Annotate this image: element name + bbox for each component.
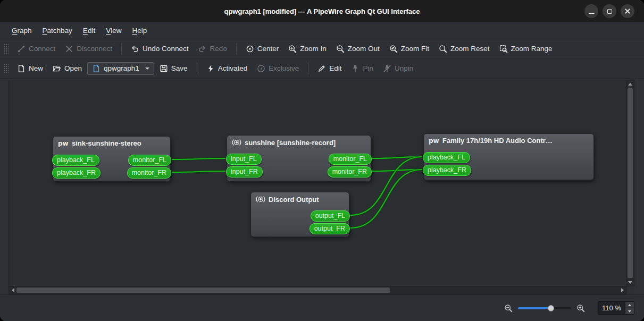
graph-node-sink-sunshine-stereo[interactable]: pwsink-sunshine-stereoplayback_FLplaybac… bbox=[53, 136, 171, 182]
zoom-in-label: Zoom In bbox=[300, 45, 327, 53]
zoom-reset-button[interactable]: Zoom Reset bbox=[434, 42, 494, 56]
save-button[interactable]: Save bbox=[155, 62, 192, 75]
open-button[interactable]: Open bbox=[48, 62, 86, 75]
connect-label: Connect bbox=[29, 45, 55, 53]
maximize-button[interactable] bbox=[603, 4, 616, 18]
zoom-fit-button[interactable]: Zoom Fit bbox=[385, 42, 433, 56]
toolbar-drag-handle[interactable] bbox=[4, 63, 9, 74]
record-icon bbox=[256, 195, 265, 204]
node-title: sunshine [sunshine-record] bbox=[245, 139, 336, 147]
disconnect-icon bbox=[65, 45, 73, 53]
port-playback_FR[interactable]: playback_FR bbox=[423, 165, 471, 176]
activated-button[interactable]: Activated bbox=[202, 62, 252, 75]
scroll-right-arrow[interactable] bbox=[618, 286, 626, 294]
node-header: sunshine [sunshine-record] bbox=[227, 136, 371, 149]
zoom-slider[interactable] bbox=[518, 304, 571, 312]
close-button[interactable] bbox=[621, 4, 634, 18]
toolbar-separator bbox=[121, 43, 122, 55]
zoom-in-button[interactable]: Zoom In bbox=[284, 42, 331, 56]
graph-node-discord-output[interactable]: Discord Outputoutput_FLoutput_FR bbox=[250, 192, 349, 237]
connection-wire bbox=[172, 171, 225, 172]
node-title: sink-sunshine-stereo bbox=[72, 139, 141, 147]
scroll-down-arrow[interactable] bbox=[626, 278, 634, 286]
zoom-in-icon[interactable] bbox=[576, 304, 585, 312]
port-output_FL[interactable]: output_FL bbox=[311, 210, 350, 222]
menubar: GraphPatchbayEditViewHelp bbox=[0, 22, 644, 39]
app-window: qpwgraph1 [modified] — A PipeWire Graph … bbox=[0, 0, 644, 321]
port-monitor_FR[interactable]: monitor_FR bbox=[328, 166, 372, 178]
svg-text:pw: pw bbox=[429, 137, 439, 145]
port-playback_FL[interactable]: playback_FL bbox=[52, 155, 99, 166]
node-header: Discord Output bbox=[251, 192, 349, 206]
zoom-out-icon bbox=[336, 45, 345, 53]
edit-button[interactable]: Edit bbox=[313, 62, 346, 75]
vertical-scrollbar-thumb[interactable] bbox=[628, 88, 633, 278]
zoom-slider-fill bbox=[518, 307, 551, 309]
toolbar-separator bbox=[308, 63, 308, 74]
menu-help[interactable]: Help bbox=[127, 22, 152, 39]
node-title: Discord Output bbox=[269, 196, 319, 204]
horizontal-scrollbar-track[interactable] bbox=[16, 286, 618, 294]
port-output_FR[interactable]: output_FR bbox=[310, 223, 350, 234]
toolbar-separator bbox=[236, 43, 237, 55]
zoom-range-label: Zoom Range bbox=[511, 45, 553, 53]
new-file-icon bbox=[17, 64, 26, 73]
zoom-slider-handle[interactable] bbox=[548, 305, 554, 311]
canvas-row: pwsink-sunshine-stereoplayback_FLplaybac… bbox=[9, 80, 634, 286]
zoom-fit-icon bbox=[389, 45, 398, 53]
zoom-increment-button[interactable] bbox=[625, 302, 634, 308]
pin-button: Pin bbox=[347, 62, 378, 75]
center-button[interactable]: Center bbox=[241, 42, 283, 56]
undo-connect-button[interactable]: Undo Connect bbox=[127, 42, 193, 56]
minimize-button[interactable] bbox=[584, 4, 598, 18]
vertical-scrollbar[interactable] bbox=[626, 80, 634, 286]
connection-wire bbox=[372, 170, 422, 171]
new-button[interactable]: New bbox=[13, 62, 47, 75]
port-monitor_FL[interactable]: monitor_FL bbox=[329, 154, 372, 165]
zoom-out-button[interactable]: Zoom Out bbox=[332, 42, 384, 56]
port-input_FL[interactable]: input_FL bbox=[226, 154, 262, 165]
dropdown-arrow-icon bbox=[145, 67, 149, 70]
port-playback_FL[interactable]: playback_FL bbox=[423, 152, 470, 163]
zoom-out-icon[interactable] bbox=[504, 304, 513, 312]
port-monitor_FR[interactable]: monitor_FR bbox=[127, 167, 171, 179]
menu-edit[interactable]: Edit bbox=[78, 22, 101, 39]
horizontal-scrollbar[interactable] bbox=[9, 286, 626, 294]
menu-patchbay[interactable]: Patchbay bbox=[37, 22, 78, 39]
graph-node-family-audio[interactable]: pwFamily 17h/19h HD Audio Contr…playback… bbox=[423, 133, 594, 180]
horizontal-scrollbar-thumb[interactable] bbox=[16, 288, 390, 293]
graph-canvas[interactable]: pwsink-sunshine-stereoplayback_FLplaybac… bbox=[9, 80, 626, 286]
zoom-spinbox[interactable]: 110 % bbox=[598, 301, 634, 315]
maximize-icon bbox=[607, 9, 612, 14]
zoom-decrement-button[interactable] bbox=[625, 308, 634, 314]
connect-icon bbox=[17, 45, 26, 53]
port-monitor_FL[interactable]: monitor_FL bbox=[128, 155, 171, 166]
menu-view[interactable]: View bbox=[101, 22, 127, 39]
zoom-reset-icon bbox=[439, 45, 447, 53]
toolbar-graph: ConnectDisconnectUndo ConnectRedoCenterZ… bbox=[0, 39, 644, 59]
graph-node-sunshine[interactable]: sunshine [sunshine-record]input_FLinput_… bbox=[227, 135, 371, 182]
unpin-icon bbox=[383, 64, 391, 73]
toolbar-drag-handle[interactable] bbox=[4, 43, 9, 55]
close-icon bbox=[624, 8, 631, 14]
port-input_FR[interactable]: input_FR bbox=[226, 166, 263, 178]
patchbay-current-button[interactable]: qpwgraph1 bbox=[87, 62, 154, 75]
pipewire-icon: pw bbox=[58, 140, 69, 147]
window-controls bbox=[584, 0, 634, 22]
pin-icon bbox=[351, 64, 359, 73]
disconnect-label: Disconnect bbox=[77, 45, 112, 53]
zoom-value[interactable]: 110 % bbox=[598, 302, 625, 314]
zoom-range-button[interactable]: Zoom Range bbox=[495, 42, 557, 56]
undo-icon bbox=[131, 45, 139, 53]
minimize-icon bbox=[589, 13, 595, 14]
edit-label: Edit bbox=[329, 65, 341, 72]
activated-label: Activated bbox=[218, 65, 248, 72]
port-playback_FR[interactable]: playback_FR bbox=[52, 167, 101, 179]
statusbar: 110 % bbox=[0, 294, 644, 321]
patchbay-current-label: qpwgraph1 bbox=[104, 65, 139, 72]
svg-text:pw: pw bbox=[58, 140, 69, 147]
activated-icon bbox=[206, 64, 215, 73]
menu-graph[interactable]: Graph bbox=[6, 22, 37, 39]
scroll-up-arrow[interactable] bbox=[626, 80, 634, 88]
scroll-left-arrow[interactable] bbox=[9, 286, 16, 294]
